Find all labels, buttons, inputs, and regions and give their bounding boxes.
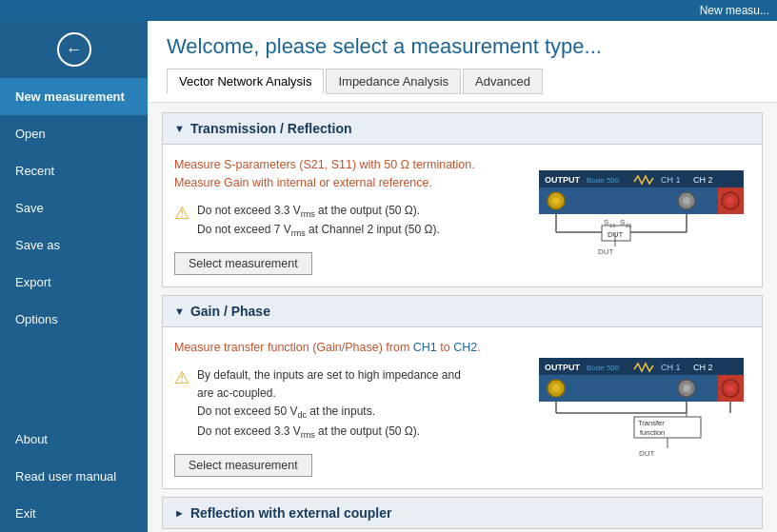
- svg-point-37: [727, 384, 734, 392]
- content-scroll[interactable]: ▼ Transmission / Reflection Measure S-pa…: [148, 103, 777, 532]
- tab-bar: Vector Network Analysis Impedance Analys…: [167, 69, 758, 94]
- section-transmission-reflection-body: Measure S-parameters (S21, S11) with 50 …: [163, 145, 762, 286]
- section-transmission-reflection-title: Transmission / Reflection: [190, 121, 352, 136]
- sidebar-item-open[interactable]: Open: [0, 115, 148, 152]
- section-transmission-reflection-header[interactable]: ▼ Transmission / Reflection: [163, 113, 762, 145]
- section-gain-phase-title: Gain / Phase: [190, 304, 270, 319]
- svg-point-9: [683, 197, 690, 205]
- svg-text:CH 2: CH 2: [693, 175, 713, 185]
- content-header: Welcome, please select a measurement typ…: [148, 21, 777, 103]
- svg-point-7: [552, 197, 560, 205]
- section-transmission-reflection: ▼ Transmission / Reflection Measure S-pa…: [162, 112, 763, 287]
- section-reflection-external-header[interactable]: ► Reflection with external coupler: [163, 498, 762, 528]
- section-reflection-external-title: Reflection with external coupler: [190, 505, 392, 521]
- svg-text:Bode 500: Bode 500: [587, 364, 620, 372]
- warning-box-tr: ⚠ Do not exceed 3.3 Vrms at the output (…: [174, 202, 517, 242]
- svg-text:OUTPUT: OUTPUT: [545, 175, 581, 185]
- top-bar: New measu...: [0, 0, 777, 21]
- diagram-gp: OUTPUT Bode 500 CH 1 CH 2: [539, 358, 744, 458]
- svg-text:21: 21: [626, 223, 632, 228]
- sidebar-item-save-as[interactable]: Save as: [0, 227, 148, 264]
- svg-text:Transfer: Transfer: [638, 419, 665, 427]
- chevron-right-icon: ►: [174, 507, 185, 519]
- select-measurement-btn-tr[interactable]: Select measurement: [174, 252, 312, 275]
- page-title: Welcome, please select a measurement typ…: [167, 34, 758, 59]
- back-circle-icon: ←: [57, 32, 91, 67]
- description-gp: Measure transfer function (Gain/Phase) f…: [174, 339, 517, 357]
- svg-text:11: 11: [609, 223, 616, 228]
- sidebar-item-save[interactable]: Save: [0, 189, 148, 227]
- sidebar-divider: [0, 338, 148, 421]
- sidebar-item-options[interactable]: Options: [0, 301, 148, 338]
- diagram-tr: OUTPUT Bode 500 CH 1 CH 2: [539, 170, 744, 261]
- svg-text:DUT: DUT: [598, 247, 614, 256]
- sidebar-item-recent[interactable]: Recent: [0, 152, 148, 189]
- sidebar-item-export[interactable]: Export: [0, 264, 148, 301]
- section-gain-phase: ▼ Gain / Phase Measure transfer function…: [162, 295, 763, 489]
- svg-text:CH 1: CH 1: [661, 363, 681, 372]
- section-gain-phase-body: Measure transfer function (Gain/Phase) f…: [163, 327, 762, 488]
- section-left-gp: Measure transfer function (Gain/Phase) f…: [174, 339, 517, 477]
- chevron-down-icon: ▼: [174, 123, 185, 134]
- tab-advanced[interactable]: Advanced: [463, 69, 543, 94]
- tab-impedance[interactable]: Impedance Analysis: [326, 69, 461, 94]
- section-left-tr: Measure S-parameters (S21, S11) with 50 …: [174, 156, 517, 275]
- sidebar-item-new-measurement[interactable]: New measurement: [0, 78, 148, 115]
- warning-icon-tr: ⚠: [174, 203, 189, 224]
- sidebar-item-exit[interactable]: Exit: [0, 495, 148, 532]
- svg-rect-5: [539, 187, 744, 214]
- section-right-tr: OUTPUT Bode 500 CH 1 CH 2: [531, 156, 750, 275]
- main-layout: ← New measurement Open Recent Save Save …: [0, 21, 777, 532]
- warning-text-tr: Do not exceed 3.3 Vrms at the output (50…: [197, 202, 440, 242]
- svg-text:CH 2: CH 2: [693, 363, 713, 372]
- svg-text:Bode 500: Bode 500: [587, 176, 620, 185]
- top-bar-title: New measu...: [700, 4, 769, 17]
- content-area: Welcome, please select a measurement typ…: [148, 21, 777, 532]
- warning-box-gp: ⚠ By default, the inputs are set to high…: [174, 366, 517, 443]
- sidebar-item-read-user-manual[interactable]: Read user manual: [0, 458, 148, 495]
- svg-point-12: [727, 197, 734, 205]
- svg-text:S: S: [604, 218, 608, 227]
- sidebar-item-about[interactable]: About: [0, 421, 148, 458]
- svg-point-34: [683, 384, 690, 392]
- section-reflection-external: ► Reflection with external coupler: [162, 497, 763, 529]
- select-measurement-btn-gp[interactable]: Select measurement: [174, 454, 312, 477]
- description-tr: Measure S-parameters (S21, S11) with 50 …: [174, 156, 517, 192]
- warning-icon-gp: ⚠: [174, 367, 189, 388]
- svg-text:S: S: [620, 218, 625, 227]
- svg-text:OUTPUT: OUTPUT: [545, 363, 581, 372]
- section-right-gp: OUTPUT Bode 500 CH 1 CH 2: [531, 339, 750, 477]
- section-gain-phase-header[interactable]: ▼ Gain / Phase: [163, 296, 762, 327]
- svg-text:function: function: [640, 428, 665, 437]
- tab-vna[interactable]: Vector Network Analysis: [167, 69, 324, 94]
- back-button[interactable]: ←: [0, 21, 148, 78]
- sidebar: ← New measurement Open Recent Save Save …: [0, 21, 148, 532]
- chevron-down-icon-gp: ▼: [174, 305, 185, 317]
- warning-text-gp: By default, the inputs are set to high i…: [197, 366, 461, 443]
- svg-text:DUT: DUT: [639, 449, 655, 458]
- svg-text:CH 1: CH 1: [661, 175, 681, 185]
- svg-point-32: [552, 384, 560, 392]
- svg-rect-30: [539, 375, 744, 402]
